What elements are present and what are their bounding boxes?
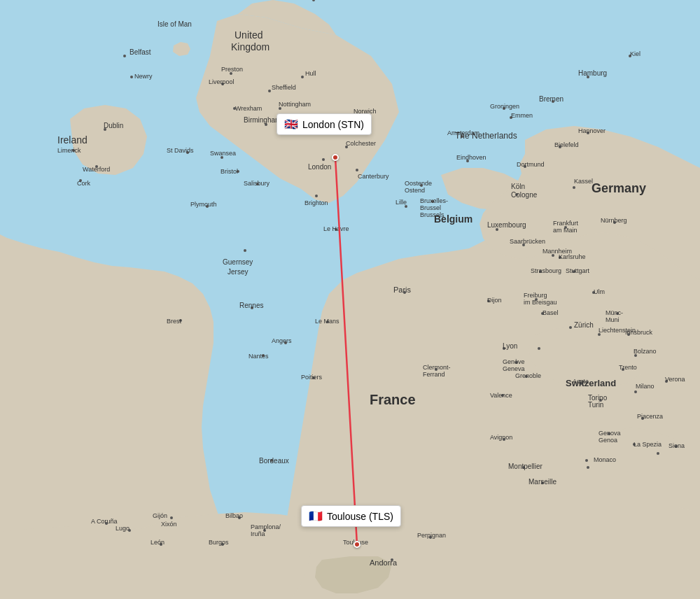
svg-text:Iruña: Iruña [251,530,265,537]
svg-text:Trento: Trento [619,364,637,371]
svg-text:Verona: Verona [665,376,685,383]
svg-point-72 [587,466,589,469]
svg-text:Strasbourg: Strasbourg [531,267,561,274]
svg-text:Frankfurt: Frankfurt [553,220,579,227]
svg-text:Groningen: Groningen [490,103,519,110]
svg-text:Dijon: Dijon [487,297,502,304]
svg-text:United: United [234,29,262,41]
svg-text:Genoa: Genoa [598,437,617,444]
svg-text:Ostend: Ostend [405,187,425,194]
destination-label: 🇫🇷 Toulouse (TLS) [301,505,401,527]
svg-text:France: France [370,392,416,407]
svg-point-58 [634,390,637,393]
svg-text:Le Mans: Le Mans [315,318,340,325]
svg-point-90 [244,249,246,252]
svg-text:Belfast: Belfast [130,48,151,56]
svg-text:Limerick: Limerick [57,147,81,154]
svg-text:Colchester: Colchester [346,140,376,147]
svg-text:Milano: Milano [636,383,654,390]
svg-point-6 [301,76,304,78]
svg-text:Bielefeld: Bielefeld [554,141,579,148]
svg-point-13 [322,158,325,161]
svg-text:Gijón: Gijón [153,512,167,519]
svg-text:Sheffield: Sheffield [272,84,296,91]
svg-text:Ireland: Ireland [57,134,88,146]
svg-text:Hamburg: Hamburg [578,69,607,77]
origin-flag: 🇬🇧 [284,118,298,131]
origin-dot [332,154,339,161]
svg-text:Montpellier: Montpellier [508,463,543,470]
svg-text:Nürnberg: Nürnberg [601,217,627,224]
svg-text:Stuttgart: Stuttgart [566,267,590,274]
svg-text:Lyon: Lyon [503,342,517,350]
svg-text:Bremen: Bremen [539,95,564,103]
map-container: Belfast Newry Isle of Man United Kingdom… [0,0,700,599]
svg-text:Liverpool: Liverpool [209,78,234,85]
svg-text:Pamplona/: Pamplona/ [251,523,281,530]
svg-text:Brussel: Brussel [420,204,441,211]
svg-text:am Main: am Main [553,227,578,234]
svg-text:Zürich: Zürich [574,321,594,329]
svg-text:Nottingham: Nottingham [279,101,311,108]
svg-text:St Davids: St Davids [167,147,194,154]
svg-text:Avignon: Avignon [490,434,512,441]
svg-text:Newry: Newry [134,73,153,80]
svg-text:Hull: Hull [305,70,316,77]
svg-text:Swansea: Swansea [210,150,236,157]
svg-text:Brighton: Brighton [304,199,328,206]
svg-point-1 [123,55,126,57]
svg-text:Aosta: Aosta [573,378,589,385]
svg-text:Clermont-: Clermont- [423,364,451,371]
svg-text:Kingdom: Kingdom [231,41,270,52]
svg-point-7 [268,90,271,92]
svg-text:Innsbruck: Innsbruck [625,329,653,336]
svg-text:Guernsey: Guernsey [223,258,253,266]
svg-text:Karlsruhe: Karlsruhe [559,253,586,260]
svg-text:Kiel: Kiel [630,50,640,57]
svg-text:Saarbrücken: Saarbrücken [510,238,545,245]
svg-text:Isle of Man: Isle of Man [158,20,192,28]
svg-text:Angers: Angers [272,337,292,344]
destination-dot [354,541,360,548]
svg-text:Valence: Valence [490,392,512,399]
svg-point-49 [569,326,572,329]
svg-text:Dublin: Dublin [104,122,123,129]
svg-text:Piacenza: Piacenza [637,413,663,420]
svg-text:Amsterdam: Amsterdam [447,129,479,136]
svg-point-50 [538,347,540,350]
svg-text:Preston: Preston [221,66,243,73]
svg-text:Grenoble: Grenoble [515,372,541,379]
svg-text:Germany: Germany [592,181,646,195]
svg-text:Birmingham: Birmingham [244,116,281,124]
svg-text:Geneva: Geneva [503,365,525,372]
svg-point-14 [356,169,358,171]
svg-text:La Spezia: La Spezia [634,441,662,448]
svg-text:Bordeaux: Bordeaux [259,457,289,465]
svg-text:Lille: Lille [396,199,407,206]
svg-text:Basel: Basel [542,309,559,316]
svg-text:Rennes: Rennes [239,302,263,309]
svg-text:Canterbury: Canterbury [358,173,389,180]
svg-text:Andorra: Andorra [370,558,398,567]
svg-point-3 [130,76,133,78]
svg-text:Genève: Genève [503,358,525,365]
origin-name: London (STN) [302,119,364,130]
svg-point-74 [657,452,659,455]
svg-text:Muni: Muni [606,316,620,323]
svg-text:Cologne: Cologne [511,191,538,199]
svg-text:Bolzano: Bolzano [634,348,657,355]
svg-text:Wrexham: Wrexham [235,105,262,112]
svg-text:Waterford: Waterford [83,166,110,173]
svg-text:Xixón: Xixón [161,521,177,528]
svg-text:Nantes: Nantes [248,353,269,360]
svg-text:Genova: Genova [598,430,621,437]
svg-text:Plymouth: Plymouth [190,201,217,208]
svg-text:Bristol: Bristol [220,168,238,175]
destination-flag: 🇫🇷 [309,509,323,523]
svg-point-36 [573,186,575,189]
svg-text:Ferrand: Ferrand [423,371,445,378]
svg-text:Luxembourg: Luxembourg [487,221,526,229]
svg-text:Münc-: Münc- [606,309,623,316]
svg-text:Ulm: Ulm [594,288,605,295]
svg-text:Hannover: Hannover [578,127,606,134]
